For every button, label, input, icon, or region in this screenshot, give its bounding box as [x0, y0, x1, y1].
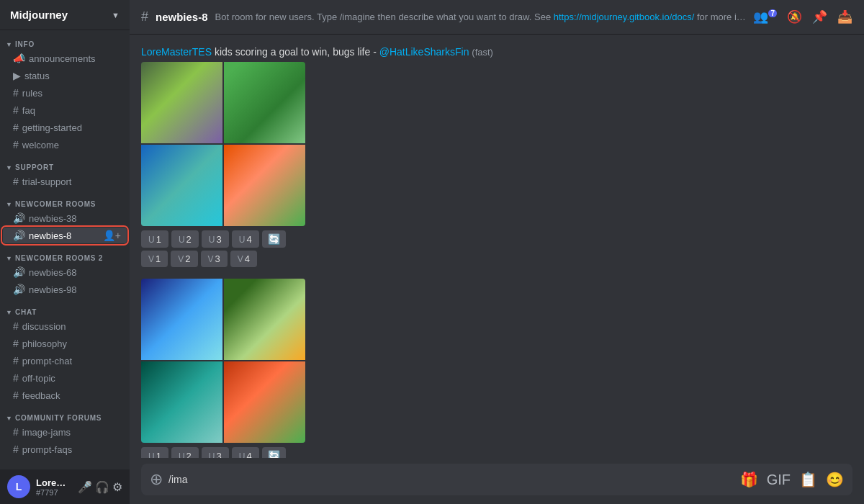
sidebar-item-getting-started[interactable]: # getting-started — [3, 120, 127, 135]
info-label: INFO — [15, 40, 35, 48]
upscale-u4-btn[interactable]: U4 — [232, 230, 259, 248]
image-cell-7 — [141, 361, 222, 443]
newcomer-triangle-icon: ▼ — [6, 201, 12, 208]
upscale-u3-btn-2[interactable]: U3 — [202, 447, 229, 458]
msg-text: LoreMasterTES kids scoring a goal to win… — [141, 46, 852, 58]
server-header[interactable]: Midjourney ▼ — [0, 0, 130, 30]
upscale-u2-btn[interactable]: U2 — [171, 230, 199, 248]
hash-icon: # — [13, 176, 19, 187]
channel-description: Bot room for new users. Type /imagine th… — [215, 12, 747, 22]
voice-icon: 🔊 — [13, 284, 25, 295]
sidebar-item-newbies-8[interactable]: 🔊 newbies-8 👤+ — [3, 228, 127, 243]
chat-category[interactable]: ▼ CHAT — [0, 298, 130, 318]
sidebar-item-prompt-faqs[interactable]: # prompt-faqs — [3, 441, 127, 457]
community-forums-category[interactable]: ▼ COMMUNITY FORUMS — [0, 404, 130, 423]
channel-header: # newbies-8 Bot room for new users. Type… — [130, 0, 864, 35]
microphone-icon[interactable]: 🎤 — [78, 480, 92, 494]
message-input[interactable] — [168, 474, 734, 485]
chat-triangle-icon: ▼ — [6, 309, 12, 316]
sidebar-item-welcome[interactable]: # welcome — [3, 137, 127, 153]
sidebar-item-status[interactable]: ▶ status — [3, 68, 127, 84]
image-cell-8 — [224, 361, 305, 443]
hash-icon: # — [13, 320, 19, 332]
variation-v4-btn[interactable]: V4 — [230, 251, 257, 267]
avatar: L — [7, 475, 30, 498]
image-grid-2 — [141, 279, 305, 443]
newcomer-rooms-label: NEWCOMER ROOMS — [15, 200, 96, 208]
newcomer-rooms-category[interactable]: ▼ NEWCOMER ROOMS — [0, 190, 130, 210]
upscale-u1-btn[interactable]: U1 — [141, 230, 168, 248]
sidebar-item-off-topic[interactable]: # off-topic — [3, 370, 127, 386]
upscale-u2-btn-2[interactable]: U2 — [171, 447, 199, 458]
channel-hash-icon: # — [141, 9, 148, 24]
hash-icon: # — [13, 122, 19, 133]
sidebar-item-discussion[interactable]: # discussion — [3, 318, 127, 334]
sidebar-item-announcements[interactable]: 📣 announcements — [3, 50, 127, 66]
sidebar-item-feedback[interactable]: # feedback — [3, 387, 127, 403]
docs-link[interactable]: https://midjourney.gitbook.io/docs/ — [554, 12, 697, 22]
variation-v1-btn[interactable]: V1 — [141, 251, 168, 267]
gift-icon[interactable]: 🎁 — [740, 471, 758, 488]
sidebar-item-rules[interactable]: # rules — [3, 85, 127, 101]
input-bar: ⊕ 🎁 GIF 📋 😊 — [130, 458, 864, 504]
image-message-block-2: U1 U2 U3 U4 🔄 V1 V2 V3 V4 — [141, 279, 852, 458]
settings-icon[interactable]: ⚙ — [112, 480, 122, 494]
sidebar-item-faq[interactable]: # faq — [3, 102, 127, 118]
sidebar: Midjourney ▼ ▼ INFO 📣 announcements ▶ st… — [0, 0, 130, 504]
add-attachment-icon[interactable]: ⊕ — [150, 470, 163, 489]
sidebar-item-newbies-68[interactable]: 🔊 newbies-68 — [3, 264, 127, 280]
variation-v2-btn[interactable]: V2 — [171, 251, 197, 267]
image-cell-2 — [224, 62, 305, 143]
hash-icon: # — [13, 139, 19, 150]
sidebar-item-newbies-38[interactable]: 🔊 newbies-38 — [3, 210, 127, 226]
refresh-btn-2[interactable]: 🔄 — [262, 447, 286, 458]
variation-v3-btn[interactable]: V3 — [201, 251, 228, 267]
sidebar-item-image-jams[interactable]: # image-jams — [3, 424, 127, 440]
chat-label: CHAT — [15, 308, 37, 316]
gif-icon[interactable]: GIF — [767, 472, 791, 488]
server-chevron-icon: ▼ — [112, 11, 120, 19]
sidebar-item-prompt-chat[interactable]: # prompt-chat — [3, 353, 127, 369]
sticker-icon[interactable]: 📋 — [799, 471, 817, 488]
sidebar-item-newbies-98[interactable]: 🔊 newbies-98 — [3, 282, 127, 297]
hash-icon: # — [13, 426, 19, 438]
messages-area: LoreMasterTES kids scoring a goal to win… — [130, 35, 864, 458]
msg-username: LoreMasterTES — [141, 46, 212, 58]
inbox-icon[interactable]: 📥 — [837, 9, 852, 24]
hash-icon: # — [13, 104, 19, 116]
pin-icon[interactable]: 📌 — [812, 9, 827, 24]
channel-label: feedback — [22, 390, 60, 401]
user-panel: L LoreMaste... #7797 🎤 🎧 ⚙ — [0, 469, 130, 504]
members-icon[interactable]: 👥7 — [753, 9, 777, 24]
channel-label: philosophy — [22, 338, 67, 349]
server-name: Midjourney — [10, 9, 68, 21]
upscale-u3-btn[interactable]: U3 — [202, 230, 229, 248]
info-category[interactable]: ▼ INFO — [0, 30, 130, 50]
sidebar-item-trial-support[interactable]: # trial-support — [3, 174, 127, 189]
image-cell-6 — [224, 279, 305, 360]
channel-label: status — [24, 71, 50, 81]
headphones-icon[interactable]: 🎧 — [95, 480, 109, 494]
add-member-icon: 👤+ — [103, 230, 121, 241]
header-icons: 👥7 🔕 📌 📥 — [753, 9, 852, 24]
refresh-btn-1[interactable]: 🔄 — [262, 230, 286, 248]
upscale-u4-btn-2[interactable]: U4 — [232, 447, 259, 458]
voice-icon: 🔊 — [13, 266, 25, 278]
main-area: # newbies-8 Bot room for new users. Type… — [130, 0, 864, 504]
emoji-icon[interactable]: 😊 — [826, 471, 844, 488]
sidebar-item-philosophy[interactable]: # philosophy — [3, 336, 127, 351]
input-box: ⊕ 🎁 GIF 📋 😊 — [141, 464, 852, 495]
input-right-icons: 🎁 GIF 📋 😊 — [740, 471, 844, 488]
member-count-badge: 7 — [768, 9, 777, 17]
channel-label: discussion — [22, 321, 66, 332]
support-category[interactable]: ▼ SUPPORT — [0, 153, 130, 173]
image-cell-5 — [141, 279, 222, 360]
community-forums-label: COMMUNITY FORUMS — [15, 414, 102, 422]
play-icon: ▶ — [13, 70, 21, 81]
image-cell-1 — [141, 62, 222, 143]
user-info: LoreMaste... #7797 — [36, 477, 72, 497]
mute-icon[interactable]: 🔕 — [787, 9, 802, 24]
newcomer-rooms-2-category[interactable]: ▼ NEWCOMER ROOMS 2 — [0, 244, 130, 264]
info-triangle-icon: ▼ — [6, 41, 12, 48]
upscale-u1-btn-2[interactable]: U1 — [141, 447, 168, 458]
